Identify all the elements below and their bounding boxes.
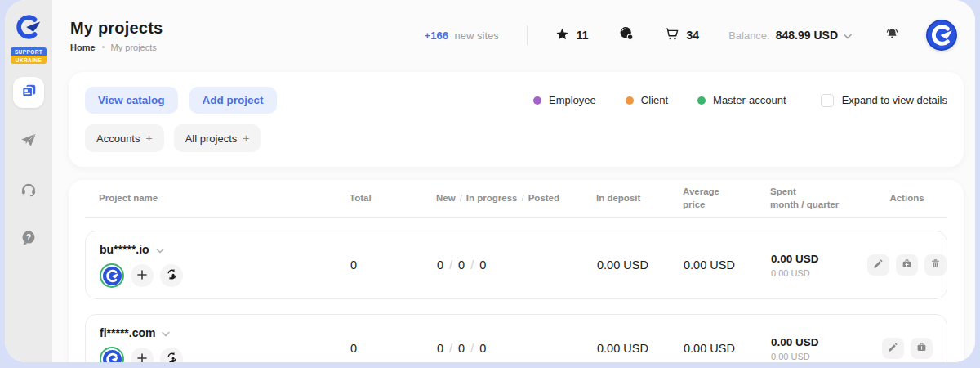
table-row: bu*****.io <box>85 231 947 299</box>
master-account-dot <box>697 96 706 105</box>
column-project-name: Project name <box>85 192 348 205</box>
project-avatar[interactable] <box>100 347 124 362</box>
switch-user-button[interactable] <box>160 264 183 287</box>
header-actions: +166 new sites 11 <box>425 20 957 51</box>
column-separator: / <box>518 193 528 203</box>
all-projects-filter[interactable]: All projects + <box>174 124 261 152</box>
column-new: New <box>436 193 456 203</box>
in-deposit-value: 0.00 USD <box>577 258 667 272</box>
add-project-button[interactable]: Add project <box>189 87 277 114</box>
badge-line2: UKRAINE <box>11 56 47 64</box>
chevron-down-icon <box>844 28 852 43</box>
in-deposit-value: 0.00 USD <box>577 342 667 355</box>
expand-details-checkbox-group[interactable]: Expand to view details <box>821 94 947 107</box>
edit-button[interactable] <box>882 338 904 359</box>
legend-item-employee: Employee <box>533 94 596 106</box>
plus-icon <box>137 353 147 363</box>
new-sites-link[interactable]: +166 new sites <box>425 29 499 42</box>
chevron-down-icon <box>162 325 170 340</box>
bell-icon <box>884 26 900 45</box>
sidebar-item-projects[interactable] <box>13 77 44 108</box>
column-status: New/In progress/Posted <box>434 192 577 205</box>
deposit-button[interactable] <box>896 254 918 276</box>
delete-icon <box>930 258 941 272</box>
sidebar-item-send[interactable] <box>13 126 44 157</box>
breadcrumb-separator <box>102 46 105 48</box>
new-sites-count: +166 <box>425 29 448 42</box>
delete-button[interactable] <box>924 254 947 276</box>
user-switch-icon <box>166 352 178 362</box>
collaborator-logo-icon <box>14 13 43 44</box>
notifications-button[interactable] <box>884 26 900 45</box>
star-icon <box>555 27 569 44</box>
project-name: bu*****.io <box>100 243 149 256</box>
plus-icon <box>137 270 147 282</box>
status-values: 0/0/0 <box>434 258 577 272</box>
status-values: 0/0/0 <box>434 342 577 355</box>
edit-icon <box>888 342 898 355</box>
view-catalog-button[interactable]: View catalog <box>85 87 178 114</box>
accounts-filter-label: Accounts <box>96 132 140 145</box>
column-average-price: Average price <box>666 186 764 211</box>
cart-count: 34 <box>687 29 700 42</box>
table-row: fl*****.com <box>85 314 947 362</box>
balance-value: 848.99 USD <box>776 29 838 42</box>
deposit-icon <box>916 342 927 355</box>
project-avatar[interactable] <box>100 263 124 288</box>
chat-icon <box>618 25 635 45</box>
accounts-filter[interactable]: Accounts + <box>85 124 164 152</box>
master-account-label: Master-account <box>713 94 786 106</box>
column-posted: Posted <box>528 193 559 203</box>
balance-dropdown[interactable]: Balance: 848.99 USD <box>728 28 852 43</box>
cart-counter[interactable]: 34 <box>664 26 700 45</box>
chat-button[interactable] <box>618 25 635 45</box>
column-separator: / <box>456 193 466 203</box>
project-name: fl*****.com <box>100 326 155 339</box>
spent-cell: 0.00 USD 0.00 USD <box>765 253 867 278</box>
send-icon <box>20 131 38 152</box>
favorites-count: 11 <box>577 29 589 42</box>
breadcrumb-home[interactable]: Home <box>70 43 96 52</box>
spent-cell: 0.00 USD 0.00 USD <box>765 336 867 361</box>
sidebar-item-support[interactable] <box>13 175 44 206</box>
projects-table: Project name Total New/In progress/Poste… <box>69 180 964 362</box>
favorites-counter[interactable]: 11 <box>555 27 589 44</box>
column-spent: Spent month / quarter <box>764 186 866 211</box>
sidebar-item-help[interactable]: ? <box>13 224 44 255</box>
page-title: My projects <box>70 19 163 38</box>
employee-label: Employee <box>549 94 596 106</box>
add-member-button[interactable] <box>131 348 154 362</box>
user-avatar[interactable] <box>926 20 957 51</box>
deposit-button[interactable] <box>911 338 933 359</box>
edit-button[interactable] <box>867 254 889 276</box>
support-icon <box>20 180 38 201</box>
role-legend: Employee Client Master-account Expand to… <box>504 94 947 107</box>
new-sites-label: new sites <box>455 29 499 42</box>
user-switch-icon <box>166 268 178 283</box>
plus-icon: + <box>145 132 152 145</box>
svg-text:?: ? <box>26 233 31 242</box>
breadcrumb: Home My projects <box>70 43 163 52</box>
sidebar: SUPPORT UKRAINE <box>5 0 52 362</box>
page-header: My projects Home My projects +166 new si… <box>52 0 975 70</box>
column-total: Total <box>348 192 434 205</box>
toolbar-card: View catalog Add project Employee Client… <box>69 72 964 167</box>
support-ukraine-badge: SUPPORT UKRAINE <box>11 47 47 64</box>
project-name-dropdown[interactable]: bu*****.io <box>100 242 349 257</box>
project-name-dropdown[interactable]: fl*****.com <box>100 325 349 340</box>
expand-details-checkbox[interactable] <box>821 94 834 107</box>
badge-line1: SUPPORT <box>11 47 47 56</box>
average-price-value: 0.00 USD <box>667 258 765 272</box>
add-member-button[interactable] <box>131 264 154 287</box>
switch-user-button[interactable] <box>160 348 183 362</box>
column-in-progress: In progress <box>466 193 518 203</box>
employee-dot <box>533 96 541 105</box>
app-window: SUPPORT UKRAINE <box>5 0 975 362</box>
project-cell: bu*****.io <box>86 231 349 288</box>
help-icon: ? <box>20 229 38 250</box>
legend-item-master-account: Master-account <box>697 94 786 106</box>
projects-icon <box>20 82 38 103</box>
breadcrumb-current: My projects <box>111 43 157 52</box>
actions-cell <box>867 338 947 359</box>
sidebar-logo[interactable]: SUPPORT UKRAINE <box>11 13 47 64</box>
